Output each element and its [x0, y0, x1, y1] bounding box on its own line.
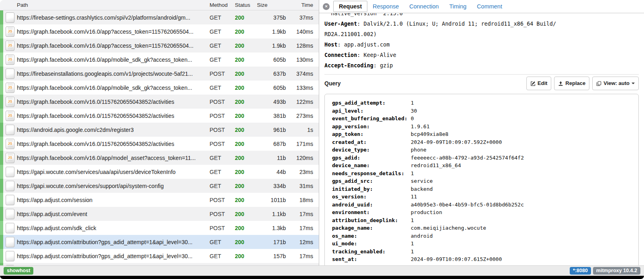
clipped-scrolled-line: " native_version "2.15.0"	[324, 13, 639, 18]
tab-request[interactable]: Request	[333, 1, 367, 12]
query-param-row[interactable]: android_uuid:a40b95e3-0be4-4b59-bfc5-01d…	[332, 201, 634, 209]
flow-size: 11b	[256, 155, 286, 161]
table-row[interactable]: JShttps://graph.facebook.com/v16.0/app?a…	[0, 38, 319, 53]
query-param-row[interactable]: os_version:11	[332, 193, 634, 201]
table-row[interactable]: JShttps://graph.facebook.com/v16.0/11576…	[0, 137, 319, 151]
main-area: Path Method Status Size Time https://fir…	[0, 0, 644, 265]
query-param-row[interactable]: needs_response_details:1	[332, 170, 634, 178]
table-row[interactable]: https://app.adjust.com/eventPOST2001.1kb…	[0, 207, 319, 221]
table-row[interactable]: JShttps://graph.facebook.com/v16.0/app/m…	[0, 151, 319, 165]
query-param-key: android_uuid:	[332, 201, 411, 209]
query-param-row[interactable]: device_type:phone	[332, 146, 634, 154]
flow-status: 200	[235, 113, 256, 119]
flow-status: 200	[235, 253, 256, 259]
flow-path: https://firebase-settings.crashlytics.co…	[17, 14, 210, 21]
query-param-row[interactable]: device_name:redroid11_x86_64	[332, 162, 634, 170]
query-param-row[interactable]: sent_at:2024-09-09T10:09:07.615Z+0000	[332, 255, 634, 263]
table-row[interactable]: JShttps://graph.facebook.com/v16.0/app/m…	[0, 81, 319, 95]
query-param-value: a40b95e3-0be4-4b59-bfc5-01d8bd6b252c	[411, 201, 634, 209]
flow-time: 171ms	[286, 141, 319, 147]
query-param-value: phone	[411, 146, 634, 154]
request-header-line: Connection: Keep-Alive	[324, 50, 639, 60]
table-row[interactable]: https://android.apis.google.com/c2dm/reg…	[0, 123, 319, 137]
mitmweb-window: Path Method Status Size Time https://fir…	[0, 0, 644, 279]
table-row[interactable]: JShttps://graph.facebook.com/v16.0/11576…	[0, 109, 319, 123]
tab-comment[interactable]: Comment	[472, 1, 507, 12]
table-row[interactable]: https://firebaseinstallations.googleapis…	[0, 67, 319, 81]
table-row[interactable]: https://app.adjust.com/sessionPOST200101…	[0, 193, 319, 207]
status-badges: *:8080mitmproxy 10.4.2	[570, 267, 640, 275]
view-button[interactable]: View: auto	[592, 77, 639, 90]
flow-size: 334b	[256, 183, 286, 189]
flow-time: 140ms	[286, 28, 319, 35]
query-param-value: com.meiqijiacheng.wocute	[411, 224, 634, 232]
flow-method: GET	[210, 253, 235, 259]
flow-path: https://graph.facebook.com/v16.0/app/mob…	[17, 57, 210, 63]
flow-status: 200	[235, 141, 256, 147]
header-name: User-Agent	[324, 20, 357, 27]
replace-button[interactable]: Replace	[554, 77, 589, 90]
query-param-key: package_name:	[332, 224, 411, 232]
query-param-key: device_type:	[332, 146, 411, 154]
query-param-row[interactable]: api_level:30	[332, 107, 634, 115]
table-row[interactable]: JShttps://graph.facebook.com/v16.0/app/m…	[0, 53, 319, 67]
query-param-row[interactable]: app_token:bcp409xia8e8	[332, 130, 634, 138]
flow-method: POST	[210, 127, 235, 133]
document-icon	[6, 69, 14, 79]
table-row[interactable]: https://app.adjust.com/attribution?gps_a…	[0, 235, 319, 249]
query-param-row[interactable]: os_name:android	[332, 232, 634, 240]
caret-down-icon	[632, 83, 635, 86]
flow-time: 17ms	[286, 253, 319, 259]
flow-size: 157b	[256, 253, 286, 259]
document-icon	[6, 167, 14, 177]
table-row[interactable]: https://gapi.wocute.com/services/support…	[0, 179, 319, 193]
query-param-row[interactable]: created_at:2024-09-09T10:09:07.592Z+0000	[332, 138, 634, 146]
tab-timing[interactable]: Timing	[444, 1, 472, 12]
query-param-row[interactable]: ui_mode:1	[332, 240, 634, 248]
js-file-icon: JS	[6, 97, 14, 107]
flow-path: https://graph.facebook.com/v16.0/1157620…	[17, 141, 210, 147]
flow-time: 133ms	[286, 85, 319, 91]
query-param-value: redroid11_x86_64	[411, 162, 634, 170]
flow-size: 637b	[256, 71, 286, 77]
flow-path: https://firebaseinstallations.googleapis…	[17, 71, 210, 77]
tab-connection[interactable]: Connection	[404, 1, 444, 12]
query-param-value: 2024-09-09T10:09:07.615Z+0000	[411, 255, 634, 263]
flow-path: https://app.adjust.com/attribution?gps_a…	[17, 253, 210, 259]
flow-method: GET	[210, 14, 235, 21]
table-row[interactable]: https://firebase-settings.crashlytics.co…	[0, 10, 319, 24]
table-row[interactable]: JShttps://graph.facebook.com/v16.0/11576…	[0, 95, 319, 109]
edit-button[interactable]: Edit	[526, 77, 552, 90]
flow-status: 200	[235, 99, 256, 105]
query-param-row[interactable]: tracking_enabled:1	[332, 248, 634, 256]
js-file-icon: JS	[6, 111, 14, 121]
flow-path: https://android.apis.google.com/c2dm/reg…	[17, 127, 210, 133]
table-row[interactable]: JShttps://graph.facebook.com/v16.0/app?a…	[0, 24, 319, 38]
query-param-row[interactable]: package_name:com.meiqijiacheng.wocute	[332, 224, 634, 232]
tab-response[interactable]: Response	[367, 1, 404, 12]
query-param-row[interactable]: gps_adid_attempt:1	[332, 99, 634, 107]
flow-status: 200	[235, 169, 256, 175]
query-param-value: 11	[411, 193, 634, 201]
table-row[interactable]: https://gapi.wocute.com/services/uaa/api…	[0, 165, 319, 179]
table-row[interactable]: https://app.adjust.com/attribution?gps_a…	[0, 249, 319, 263]
query-param-row[interactable]: environment:production	[332, 208, 634, 216]
query-param-row[interactable]: initiated_by:backend	[332, 185, 634, 193]
query-param-row[interactable]: gps_adid_src:service	[332, 177, 634, 185]
request-headers: User-Agent: Dalvik/2.1.0 (Linux; U; Andr…	[324, 18, 639, 71]
tls-indicator	[0, 207, 3, 221]
button-label: View: auto	[603, 78, 630, 89]
tls-indicator	[0, 81, 3, 95]
query-param-row[interactable]: app_version:1.9.61	[332, 123, 634, 131]
flow-status: 200	[235, 85, 256, 91]
query-param-key: environment:	[332, 208, 411, 216]
query-param-value: backend	[411, 185, 634, 193]
query-param-row[interactable]: gps_adid:feeeeecc-a08b-4792-a93d-2542574…	[332, 154, 634, 162]
query-param-row[interactable]: event_buffering_enabled:0	[332, 115, 634, 123]
query-param-key: ui_mode:	[332, 240, 411, 248]
close-icon[interactable]	[323, 3, 330, 10]
table-row[interactable]: https://app.adjust.com/sdk_clickPOST2001…	[0, 221, 319, 235]
query-param-row[interactable]: attribution_deeplink:1	[332, 216, 634, 224]
flow-time: 122ms	[286, 99, 319, 105]
js-file-icon: JS	[6, 139, 14, 149]
